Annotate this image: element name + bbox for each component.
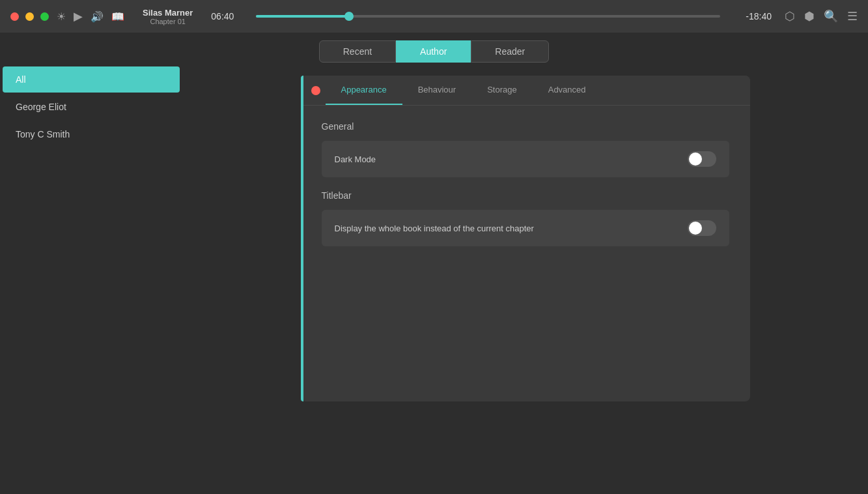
dark-mode-label: Dark Mode [335,154,376,164]
settings-close-button[interactable] [311,86,320,95]
progress-thumb[interactable] [344,12,354,21]
volume-icon[interactable]: 🔊 [91,10,104,23]
tab-recent[interactable]: Recent [319,40,396,63]
airplay-icon[interactable]: ⬡ [785,9,795,23]
tab-reader[interactable]: Reader [471,40,549,63]
topbar-actions: ⬡ ⬢ 🔍 ☰ [785,9,858,23]
progress-track[interactable] [256,15,720,18]
progress-bar[interactable] [256,15,720,18]
dark-mode-toggle[interactable] [688,151,716,167]
content-area: Appearance Behaviour Storage Advanced Ge… [182,63,868,494]
book-title: Silas Marner [143,8,193,18]
tab-author[interactable]: Author [396,40,471,63]
book-info: Silas Marner Chapter 01 [143,8,193,25]
display-whole-book-label: Display the whole book instead of the cu… [335,224,534,233]
window-controls [10,12,49,21]
section-general-title: General [322,121,729,132]
display-whole-book-toggle-thumb [689,222,702,235]
play-icon[interactable]: ▶ [74,9,83,23]
section-titlebar: Titlebar Display the whole book instead … [322,190,729,246]
settings-panel-wrapper: Appearance Behaviour Storage Advanced Ge… [301,76,750,401]
progress-fill [256,15,349,18]
book-icon[interactable]: 📖 [111,10,124,23]
settings-left-accent [301,76,303,401]
time-elapsed: 06:40 [211,11,240,22]
cast-icon[interactable]: ⬢ [804,9,815,23]
search-icon[interactable]: 🔍 [824,9,838,23]
dark-mode-toggle-thumb [689,153,702,166]
settings-content: General Dark Mode Titlebar Display the w [301,106,750,275]
sidebar-item-george-eliot[interactable]: George Eliot [3,94,180,120]
brightness-icon[interactable]: ☀ [57,10,66,23]
minimize-dot[interactable] [25,12,34,21]
sidebar-item-all[interactable]: All [3,66,180,93]
close-dot[interactable] [10,12,19,21]
topbar: ☀ ▶ 🔊 📖 Silas Marner Chapter 01 06:40 -1… [0,0,868,33]
maximize-dot[interactable] [40,12,49,21]
display-whole-book-toggle[interactable] [688,220,716,236]
chapter-label: Chapter 01 [143,18,193,25]
main-tabs: Recent Author Reader [0,33,868,63]
sidebar-item-tony-c-smith[interactable]: Tony C Smith [3,121,180,147]
settings-tabs: Appearance Behaviour Storage Advanced [301,76,750,106]
settings-tab-appearance[interactable]: Appearance [326,76,402,105]
sidebar: All George Eliot Tony C Smith [0,63,182,494]
section-titlebar-title: Titlebar [322,190,729,201]
setting-display-whole-book: Display the whole book instead of the cu… [322,210,729,246]
time-remaining: -18:40 [736,11,772,22]
section-general: General Dark Mode [322,121,729,177]
settings-panel: Appearance Behaviour Storage Advanced Ge… [301,76,750,401]
settings-tab-advanced[interactable]: Advanced [533,76,602,105]
main-layout: All George Eliot Tony C Smith Appearance… [0,63,868,494]
settings-tab-storage[interactable]: Storage [471,76,533,105]
setting-dark-mode: Dark Mode [322,141,729,177]
settings-tab-behaviour[interactable]: Behaviour [402,76,472,105]
menu-icon[interactable]: ☰ [847,9,858,23]
